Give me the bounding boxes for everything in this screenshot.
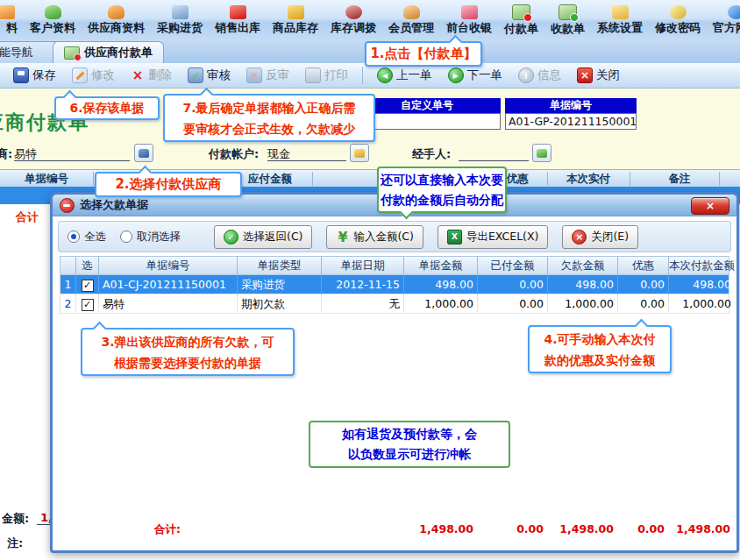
header-doc-no: 单据编号 <box>99 257 238 274</box>
info-label: 信息 <box>537 67 561 83</box>
cell-discount[interactable]: 0.00 <box>618 275 669 294</box>
doc-toolbar: 保存 修改 × 删除 审核 反审 打印 上一单 下一单 <box>0 63 740 89</box>
account-field[interactable]: 现金 <box>267 146 346 161</box>
print-button[interactable]: 打印 <box>299 66 354 85</box>
close-icon <box>572 230 587 245</box>
supplier-field[interactable]: 易特 <box>14 146 130 161</box>
toolbar-item-label: 付款单 <box>504 21 538 37</box>
dialog-close-button[interactable]: 关闭(E) <box>562 225 638 249</box>
supplier-info-icon <box>108 5 125 19</box>
main-header-remark: 备注 <box>642 170 717 188</box>
callout-step7: 7.最后确定单据都输入正确后需 要审核才会正式生效，欠款减少 <box>163 94 375 142</box>
customer-info-icon <box>45 5 61 19</box>
row-checkbox[interactable] <box>76 294 99 314</box>
toolbar-item-sales-out[interactable]: 销售出库 <box>209 4 267 37</box>
official-website-icon <box>728 5 740 19</box>
toolbar-item-supplier-info[interactable]: 供应商资料 <box>82 4 151 37</box>
modify-button[interactable]: 修改 <box>66 66 121 85</box>
totals-owed: 1,498.00 <box>547 521 617 538</box>
toolbar-item-customer-info[interactable]: 客户资料 <box>24 4 82 37</box>
tab-label: 供应商付款单 <box>84 45 153 60</box>
table-row[interactable]: 1 A01-CJ-201211150001 采购进货 2012-11-15 49… <box>60 275 729 294</box>
yen-icon <box>336 230 349 244</box>
toolbar-item-receipt-doc[interactable]: 收款单 <box>544 3 591 38</box>
radio-dot <box>68 230 80 243</box>
prev-doc-button[interactable]: 上一单 <box>371 66 438 85</box>
supplier-label: 供应商: <box>0 146 12 162</box>
unaudit-icon <box>246 67 262 83</box>
save-button[interactable]: 保存 <box>7 66 62 85</box>
callout-text: 2.选择付款供应商 <box>115 176 221 193</box>
callout-text: 款的优惠及实付金额 <box>544 350 655 371</box>
close-label: 关闭 <box>596 67 620 83</box>
cashier-icon <box>461 5 478 19</box>
toolbar-item-official-website[interactable]: 官方网站 <box>707 4 740 37</box>
cell-doc-amount: 498.00 <box>404 275 478 294</box>
edit-icon <box>72 67 88 83</box>
app-window: 料 客户资料 供应商资料 采购进货 销售出库 商品库存 库存调拨 <box>0 0 740 560</box>
row-number: 1 <box>60 275 76 294</box>
totals-pay-now: 1,498.00 <box>668 521 734 538</box>
unaudit-button[interactable]: 反审 <box>240 66 295 85</box>
info-icon <box>518 67 534 83</box>
toolbar-item-cashier[interactable]: 前台收银 <box>440 4 498 37</box>
export-excel-button[interactable]: 导出EXCEL(X) <box>438 225 548 249</box>
tab-label: 能导航 <box>0 45 33 60</box>
totals-discount: 0.00 <box>617 521 668 538</box>
delete-button[interactable]: × 删除 <box>125 66 178 85</box>
prev-label: 上一单 <box>396 67 432 83</box>
toolbar-item-change-password[interactable]: 修改密码 <box>649 4 707 37</box>
change-password-icon <box>670 5 687 19</box>
header-doc-type: 单据类型 <box>238 257 322 274</box>
toolbar-item-label: 官方网站 <box>713 20 740 36</box>
main-total-label: 合计 <box>16 209 39 225</box>
cell-doc-no: A01-CJ-201211150001 <box>99 275 238 294</box>
audit-button[interactable]: 审核 <box>181 66 237 85</box>
checkbox-checked-icon <box>82 299 94 311</box>
toolbar-item-label: 客户资料 <box>30 20 75 36</box>
excel-icon <box>447 230 462 245</box>
select-all-radio[interactable]: 全选 <box>68 230 106 245</box>
tab-supplier-payment[interactable]: 供应商付款单 <box>53 41 164 63</box>
toolbar-item-label: 销售出库 <box>215 20 260 36</box>
main-header-pay-now: 本次实付 <box>551 170 626 188</box>
callout-step1: 1.点击【付款单】 <box>365 41 482 67</box>
info-button[interactable]: 信息 <box>512 66 567 85</box>
toolbar-item-label: 采购进货 <box>157 20 203 36</box>
pick-supplier-button[interactable] <box>134 144 153 162</box>
callout-amount-note: 还可以直接输入本次要 付款的金额后自动分配 <box>377 167 507 213</box>
toolbar-item-partial[interactable]: 料 <box>0 4 24 37</box>
dialog-close-icon[interactable] <box>691 197 729 215</box>
cell-pay-now[interactable]: 498.00 <box>669 275 735 294</box>
handler-field[interactable] <box>459 146 529 161</box>
close-button[interactable]: 关闭 <box>571 66 626 85</box>
toolbar-item-stock-transfer[interactable]: 库存调拨 <box>324 4 382 37</box>
next-doc-button[interactable]: 下一单 <box>442 66 509 85</box>
toolbar-item-product-stock[interactable]: 商品库存 <box>267 4 324 37</box>
toolbar-item-label: 系统设置 <box>597 20 643 36</box>
custom-no-input[interactable] <box>353 113 501 130</box>
cell-doc-type: 采购进货 <box>238 275 322 294</box>
sales-out-icon <box>230 5 246 19</box>
select-return-button[interactable]: 选择返回(C) <box>214 225 312 249</box>
cell-discount[interactable]: 0.00 <box>618 294 669 314</box>
table-row[interactable]: 2 易特 期初欠款 无 1,000.00 0.00 1,000.00 0.00 … <box>60 294 729 314</box>
stock-transfer-icon <box>345 5 362 19</box>
deselect-radio[interactable]: 取消选择 <box>120 230 181 245</box>
row-checkbox[interactable] <box>76 275 99 294</box>
toolbar-item-purchase-in[interactable]: 采购进货 <box>151 4 209 37</box>
toolbar-item-member-manage[interactable]: 会员管理 <box>382 4 440 37</box>
column-separator <box>719 172 720 186</box>
toolbar-item-payment-doc[interactable]: 付款单 <box>498 3 544 38</box>
pick-handler-button[interactable] <box>532 144 551 162</box>
callout-text: 3.弹出该供应商的所有欠款，可 <box>101 331 274 352</box>
enter-amount-button[interactable]: 输入金额(C) <box>326 225 423 249</box>
toolbar-item-system-settings[interactable]: 系统设置 <box>591 4 649 37</box>
radio-label: 取消选择 <box>137 230 181 245</box>
doc-no-value[interactable]: A01-GP-201211150001 <box>505 113 637 130</box>
pick-account-button[interactable] <box>350 144 369 162</box>
cell-pay-now[interactable]: 1,000.00 <box>669 294 735 314</box>
header-sel: 选 <box>76 257 99 274</box>
save-icon <box>13 67 29 83</box>
callout-text: 7.最后确定单据都输入正确后需 <box>182 97 355 118</box>
